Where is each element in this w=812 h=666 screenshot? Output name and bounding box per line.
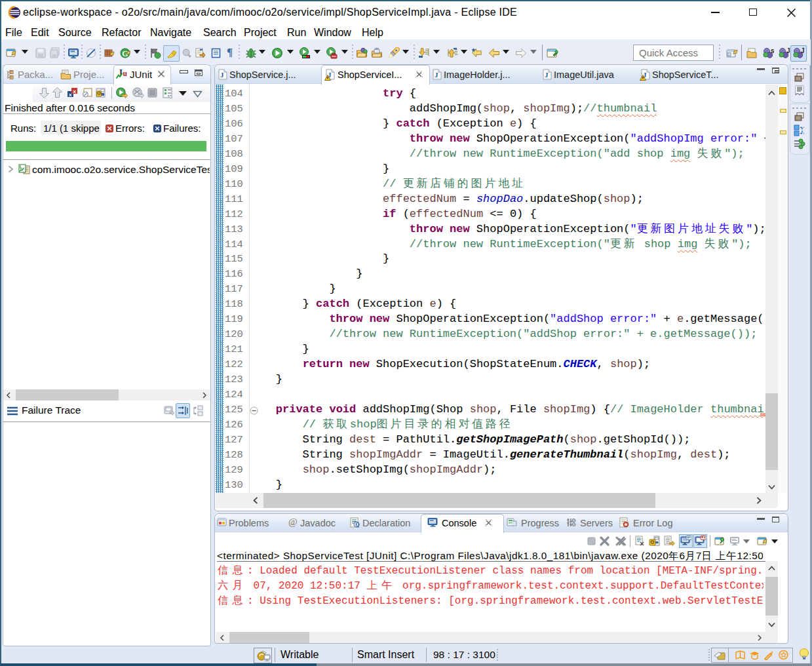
svg-text:Q: Q <box>355 522 359 528</box>
svg-text:J: J <box>801 47 804 54</box>
svg-text:s: s <box>771 47 774 54</box>
svg-text:J: J <box>220 71 224 79</box>
svg-text:u: u <box>123 69 128 77</box>
svg-text:x: x <box>73 88 77 94</box>
svg-text:L: L <box>20 165 22 169</box>
svg-text:J: J <box>786 47 790 54</box>
